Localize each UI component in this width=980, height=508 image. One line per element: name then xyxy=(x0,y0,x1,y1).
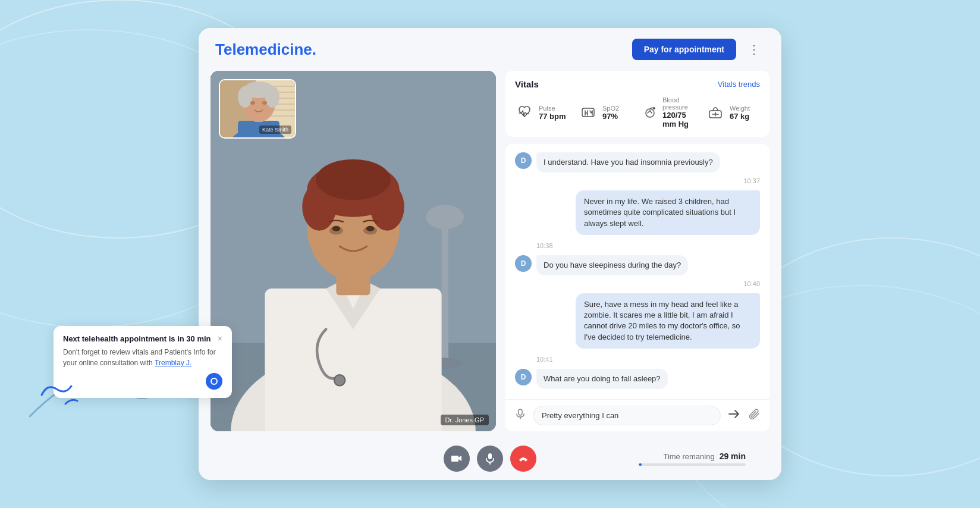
chat-message-4: 10:40 Sure, have a mess in my head and f… xyxy=(515,280,760,349)
pay-appointment-button[interactable]: Pay for appointment xyxy=(632,39,736,60)
spo2-info: SpO2 97% xyxy=(602,105,619,121)
svg-rect-50 xyxy=(488,453,492,459)
vitals-grid: Pulse 77 bpm xyxy=(515,96,760,128)
video-controls xyxy=(444,446,536,472)
chat-section: D I understand. Have you had insomnia pr… xyxy=(505,144,769,431)
doctor-avatar-5: D xyxy=(515,369,532,385)
svg-point-22 xyxy=(366,226,375,231)
bubble-5: What are you doing to fall asleep? xyxy=(536,369,668,389)
vital-pulse: Pulse 77 bpm xyxy=(515,96,569,128)
svg-rect-48 xyxy=(519,409,522,415)
bubble-2: Never in my life. We raised 3 children, … xyxy=(576,190,760,235)
svg-point-18 xyxy=(316,159,391,200)
send-button[interactable] xyxy=(725,406,742,425)
timestamp-4: 10:40 xyxy=(743,280,760,287)
header: Telemedicine. Pay for appointment ⋮ xyxy=(199,28,781,71)
chat-message-3: 10:38 xyxy=(515,242,760,250)
chat-input-field[interactable] xyxy=(533,406,721,425)
vital-weight: Weight 67 kg xyxy=(706,96,760,128)
time-remaining-label: Time remaning xyxy=(663,452,714,461)
patient-pip: Kate Smith xyxy=(219,79,296,139)
notification-link[interactable]: Tremblay J. xyxy=(155,359,191,367)
vitals-header: Vitals Vitals trends xyxy=(515,79,760,89)
more-options-button[interactable]: ⋮ xyxy=(743,40,765,59)
main-card: Telemedicine. Pay for appointment ⋮ xyxy=(199,28,781,480)
bp-icon xyxy=(642,103,658,122)
svg-point-53 xyxy=(212,379,216,384)
bubble-3: Do you have sleepiness during the day? xyxy=(536,255,688,275)
chat-message-5: D What are you doing to fall asleep? xyxy=(515,369,760,389)
notification-title: Next telehealth appointment is in 30 min xyxy=(63,334,211,343)
weight-icon xyxy=(706,103,725,122)
doctor-avatar-1: D xyxy=(515,152,532,169)
svg-point-38 xyxy=(250,101,255,105)
pulse-info: Pulse 77 bpm xyxy=(539,105,566,121)
svg-rect-6 xyxy=(442,221,448,363)
weight-info: Weight 67 kg xyxy=(730,105,750,121)
spo2-label: SpO2 xyxy=(602,105,619,112)
time-progress-fill xyxy=(639,463,642,466)
right-panel: Vitals Vitals trends Pulse xyxy=(505,71,769,431)
spo2-icon xyxy=(579,103,598,122)
video-main: Kate Smith Dr. Jones GP xyxy=(211,71,496,431)
bp-value: 120/75 mm Hg xyxy=(662,111,696,128)
notification-card: Next telehealth appointment is in 30 min… xyxy=(54,326,232,398)
microphone-button[interactable] xyxy=(513,406,528,425)
notification-footer xyxy=(63,373,222,390)
microphone-toggle-button[interactable] xyxy=(477,446,503,472)
bottom-bar: Time remaning 29 min xyxy=(199,437,781,480)
bubble-1: I understand. Have you had insomnia prev… xyxy=(536,152,720,173)
bp-info: Blood pressure 120/75 mm Hg xyxy=(662,96,696,128)
timestamp-2: 10:37 xyxy=(743,177,760,184)
video-section: Kate Smith Dr. Jones GP xyxy=(211,71,496,431)
chat-message-1: D I understand. Have you had insomnia pr… xyxy=(515,152,760,173)
notification-body-text: Don't forget to review vitals and Patien… xyxy=(63,348,216,367)
timestamp-3: 10:38 xyxy=(536,242,760,249)
time-progress-bar xyxy=(639,463,746,466)
chat-messages: D I understand. Have you had insomnia pr… xyxy=(505,144,769,399)
spo2-value: 97% xyxy=(602,112,619,121)
bubble-4: Sure, have a mess in my head and feel li… xyxy=(576,293,760,349)
notification-close-button[interactable]: × xyxy=(218,334,222,343)
end-call-button[interactable] xyxy=(510,446,536,472)
svg-point-21 xyxy=(332,226,341,231)
svg-line-44 xyxy=(650,111,652,113)
weight-value: 67 kg xyxy=(730,112,750,121)
svg-point-42 xyxy=(653,107,655,109)
chat-message-5-time: 10:41 xyxy=(515,356,760,364)
svg-line-43 xyxy=(648,111,650,113)
doctor-avatar-3: D xyxy=(515,255,532,272)
pulse-icon xyxy=(515,103,534,122)
svg-point-37 xyxy=(265,86,279,108)
svg-point-12 xyxy=(334,375,345,385)
notification-body: Don't forget to review vitals and Patien… xyxy=(63,347,222,368)
svg-point-41 xyxy=(646,109,654,117)
vitals-section: Vitals Vitals trends Pulse xyxy=(505,71,769,137)
chat-input-area xyxy=(505,399,769,431)
attach-button[interactable] xyxy=(747,406,762,425)
bp-label: Blood pressure xyxy=(662,96,696,111)
camera-toggle-button[interactable] xyxy=(444,446,470,472)
vitals-trends-link[interactable]: Vitals trends xyxy=(718,80,760,89)
vitals-title: Vitals xyxy=(515,79,539,89)
chat-message-2: 10:37 Never in my life. We raised 3 chil… xyxy=(515,177,760,235)
svg-point-39 xyxy=(262,101,267,105)
weight-label: Weight xyxy=(730,105,750,112)
content-area: Kate Smith Dr. Jones GP Vitals Vitals tr… xyxy=(199,71,781,437)
svg-point-36 xyxy=(238,86,252,108)
svg-point-7 xyxy=(426,205,464,229)
pulse-label: Pulse xyxy=(539,105,566,112)
header-actions: Pay for appointment ⋮ xyxy=(632,39,765,60)
app-title: Telemedicine. xyxy=(215,40,316,59)
time-remaining: Time remaning 29 min xyxy=(639,451,746,466)
time-remaining-value: 29 min xyxy=(720,451,746,461)
doctor-name-label: Dr. Jones GP xyxy=(441,415,489,425)
patient-name-label: Kate Smith xyxy=(259,126,291,134)
vital-bp: Blood pressure 120/75 mm Hg xyxy=(642,96,696,128)
vital-spo2: SpO2 97% xyxy=(579,96,633,128)
notification-action-button[interactable] xyxy=(206,373,222,390)
timestamp-5: 10:41 xyxy=(536,356,760,363)
pulse-value: 77 bpm xyxy=(539,112,566,121)
notification-header: Next telehealth appointment is in 30 min… xyxy=(63,334,222,343)
chat-message-3b: D Do you have sleepiness during the day? xyxy=(515,255,760,275)
